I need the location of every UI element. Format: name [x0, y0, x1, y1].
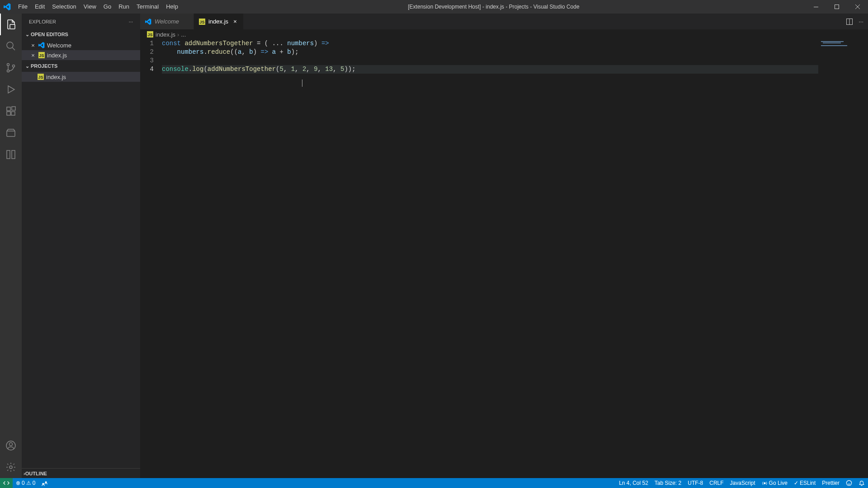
- file-name: index.js: [46, 74, 66, 80]
- activity-search[interactable]: [0, 35, 22, 57]
- menu-bar: FileEditSelectionViewGoRunTerminalHelp: [14, 0, 182, 14]
- activity-explorer[interactable]: [0, 14, 22, 35]
- svg-rect-8: [11, 112, 15, 115]
- tab-index-js[interactable]: JSindex.js×: [194, 14, 244, 29]
- open-editors-label: Open Editors: [31, 32, 68, 37]
- code-line[interactable]: [162, 56, 818, 65]
- svg-point-13: [9, 443, 13, 446]
- tab-label: Welcome: [155, 18, 179, 25]
- svg-point-3: [7, 64, 9, 66]
- activity-account[interactable]: [0, 435, 22, 456]
- warning-icon: ⚠: [26, 480, 31, 486]
- feedback-icon[interactable]: [843, 480, 855, 486]
- menu-selection[interactable]: Selection: [48, 0, 80, 14]
- sidebar: Explorer ··· ⌄ Open Editors ×Welcome×JSi…: [22, 14, 140, 478]
- outline-header[interactable]: › Outline: [22, 468, 140, 478]
- open-editor-item[interactable]: ×Welcome: [22, 40, 140, 50]
- js-file-icon: JS: [146, 31, 154, 38]
- menu-run[interactable]: Run: [115, 0, 133, 14]
- menu-view[interactable]: View: [80, 0, 100, 14]
- close-icon[interactable]: ×: [30, 42, 36, 49]
- svg-point-14: [9, 466, 12, 469]
- svg-rect-10: [7, 150, 10, 159]
- open-editors-header[interactable]: ⌄ Open Editors: [22, 29, 140, 39]
- bell-icon[interactable]: [855, 480, 868, 486]
- remote-button[interactable]: [0, 478, 13, 488]
- cursor-position[interactable]: Ln 4, Col 52: [616, 480, 651, 486]
- eslint-button[interactable]: ✓ ESLint: [791, 480, 819, 486]
- activity-item[interactable]: [0, 122, 22, 144]
- chevron-down-icon: ⌄: [24, 32, 31, 38]
- outline-label: Outline: [25, 471, 47, 476]
- js-file-icon: JS: [37, 73, 44, 80]
- breadcrumb[interactable]: JS index.js › ...: [140, 29, 868, 39]
- svg-text:JS: JS: [39, 53, 44, 58]
- minimize-button[interactable]: [806, 0, 826, 14]
- close-icon[interactable]: ×: [231, 18, 239, 25]
- broadcast-icon: [762, 480, 768, 486]
- js-file-icon: JS: [198, 18, 206, 25]
- menu-go[interactable]: Go: [100, 0, 115, 14]
- more-icon[interactable]: ···: [129, 19, 133, 24]
- close-button[interactable]: [847, 0, 868, 14]
- problems-button[interactable]: ⊗0 ⚠0: [13, 478, 38, 488]
- menu-edit[interactable]: Edit: [31, 0, 48, 14]
- svg-text:JS: JS: [147, 33, 152, 37]
- activity-extensions[interactable]: [0, 100, 22, 122]
- breadcrumb-symbol: ...: [181, 31, 186, 38]
- menu-terminal[interactable]: Terminal: [133, 0, 162, 14]
- svg-rect-11: [12, 150, 15, 159]
- projects-header[interactable]: ⌄ Projects: [22, 61, 140, 71]
- file-tree-item[interactable]: JSindex.js: [22, 72, 140, 82]
- tab-label: index.js: [208, 18, 228, 25]
- svg-rect-6: [7, 107, 10, 111]
- activity-scm[interactable]: [0, 57, 22, 79]
- more-icon[interactable]: ···: [859, 18, 863, 25]
- editor[interactable]: 1234 const addNumbersTogether = ( ... nu…: [140, 39, 868, 478]
- tab-size[interactable]: Tab Size: 2: [651, 480, 684, 486]
- vscode-file-icon: [38, 42, 45, 49]
- menu-help[interactable]: Help: [162, 0, 182, 14]
- breadcrumb-file: index.js: [156, 31, 175, 38]
- open-editor-item[interactable]: ×JSindex.js: [22, 50, 140, 60]
- check-icon: ✓: [794, 480, 798, 486]
- activity-item[interactable]: [0, 144, 22, 165]
- tab-welcome[interactable]: Welcome: [140, 14, 194, 29]
- sidebar-title: Explorer: [29, 19, 56, 24]
- go-live-button[interactable]: Go Live: [759, 480, 791, 486]
- file-name: index.js: [47, 52, 67, 59]
- chevron-right-icon: ›: [177, 31, 179, 38]
- encoding[interactable]: UTF-8: [684, 480, 706, 486]
- prettier-button[interactable]: Prettier: [819, 480, 843, 486]
- activity-debug[interactable]: [0, 79, 22, 100]
- live-share-icon[interactable]: [38, 478, 51, 488]
- split-editor-icon[interactable]: [846, 18, 853, 25]
- svg-point-27: [764, 482, 765, 483]
- eol[interactable]: CRLF: [706, 480, 726, 486]
- activity-bar: [0, 14, 22, 478]
- svg-text:JS: JS: [199, 20, 204, 24]
- minimap[interactable]: [818, 39, 868, 478]
- svg-point-28: [846, 480, 851, 485]
- close-icon[interactable]: ×: [30, 52, 36, 59]
- window-title: [Extension Development Host] - index.js …: [182, 4, 806, 10]
- code-line[interactable]: numbers.reduce((a, b) => a + b);: [162, 48, 818, 56]
- vscode-icon: [4, 3, 11, 10]
- chevron-down-icon: ⌄: [24, 63, 31, 69]
- js-file-icon: JS: [38, 52, 45, 59]
- titlebar: FileEditSelectionViewGoRunTerminalHelp […: [0, 0, 868, 14]
- svg-point-2: [7, 42, 13, 48]
- statusbar: ⊗0 ⚠0 Ln 4, Col 52 Tab Size: 2 UTF-8 CRL…: [0, 478, 868, 488]
- code-line[interactable]: const addNumbersTogether = ( ... numbers…: [162, 39, 818, 48]
- svg-rect-7: [7, 112, 10, 115]
- activity-settings[interactable]: [0, 456, 22, 478]
- maximize-button[interactable]: [826, 0, 847, 14]
- code-line[interactable]: console.log(addNumbersTogether(5, 1, 2, …: [162, 65, 818, 74]
- tabs-bar: WelcomeJSindex.js× ···: [140, 14, 868, 29]
- svg-rect-1: [835, 5, 839, 9]
- text-cursor: [302, 80, 302, 87]
- svg-point-5: [13, 65, 15, 67]
- file-name: Welcome: [47, 42, 71, 49]
- menu-file[interactable]: File: [14, 0, 31, 14]
- language-mode[interactable]: JavaScript: [727, 480, 759, 486]
